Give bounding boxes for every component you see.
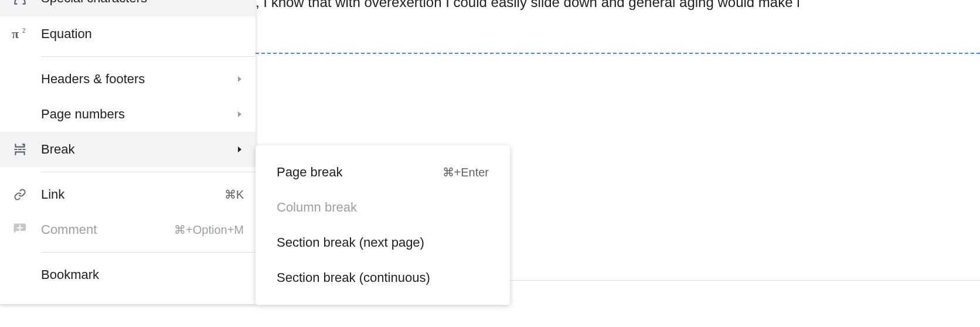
omega-icon (12, 0, 28, 7)
menu-item-label: Comment (41, 222, 174, 237)
submenu-item-label: Section break (continuous) (277, 270, 489, 285)
menu-item-label: Headers & footers (41, 71, 236, 87)
page-edge (510, 280, 980, 281)
submenu-arrow-icon (236, 110, 244, 118)
menu-item-equation[interactable]: π 2 Equation (0, 16, 256, 52)
menu-item-label: Bookmark (41, 267, 244, 282)
document-body-text[interactable]: , I know that with overexertion I could … (256, 0, 800, 11)
menu-item-headers-footers[interactable]: Headers & footers (0, 62, 256, 97)
insert-menu-dropdown: Special characters π 2 Equation Headers … (0, 0, 256, 304)
menu-item-label: Page numbers (41, 107, 236, 122)
submenu-item-page-break[interactable]: Page break ⌘+Enter (256, 155, 510, 190)
menu-separator (41, 172, 256, 172)
svg-text:2: 2 (22, 28, 26, 34)
submenu-item-label: Section break (next page) (277, 235, 489, 250)
link-icon (12, 186, 28, 203)
menu-shortcut: ⌘K (224, 188, 244, 202)
menu-item-page-numbers[interactable]: Page numbers (0, 97, 256, 132)
submenu-item-section-break-next-page[interactable]: Section break (next page) (256, 225, 510, 260)
submenu-item-column-break: Column break (256, 190, 510, 225)
menu-item-label: Break (41, 142, 236, 157)
submenu-item-section-break-continuous[interactable]: Section break (continuous) (256, 260, 510, 295)
submenu-arrow-icon (236, 145, 244, 154)
menu-item-break[interactable]: Break (0, 132, 256, 167)
menu-separator (41, 56, 256, 57)
page-break-icon (12, 141, 28, 158)
comment-icon (12, 222, 28, 238)
svg-text:π: π (12, 26, 19, 41)
menu-separator (41, 252, 256, 253)
menu-item-comment: Comment ⌘+Option+M (0, 212, 256, 247)
menu-item-link[interactable]: Link ⌘K (0, 177, 256, 212)
page-break-indicator (256, 53, 980, 54)
submenu-item-label: Page break (277, 165, 443, 180)
menu-shortcut: ⌘+Option+M (174, 223, 244, 237)
break-submenu: Page break ⌘+Enter Column break Section … (256, 145, 510, 305)
menu-item-label: Link (41, 187, 224, 202)
submenu-shortcut: ⌘+Enter (443, 165, 489, 179)
menu-item-bookmark[interactable]: Bookmark (0, 257, 256, 292)
submenu-item-label: Column break (277, 200, 489, 215)
menu-item-label: Special characters (41, 0, 244, 6)
pi-icon: π 2 (12, 26, 28, 42)
submenu-arrow-icon (236, 75, 244, 83)
menu-item-label: Equation (41, 26, 244, 42)
menu-item-special-characters[interactable]: Special characters (0, 0, 256, 16)
